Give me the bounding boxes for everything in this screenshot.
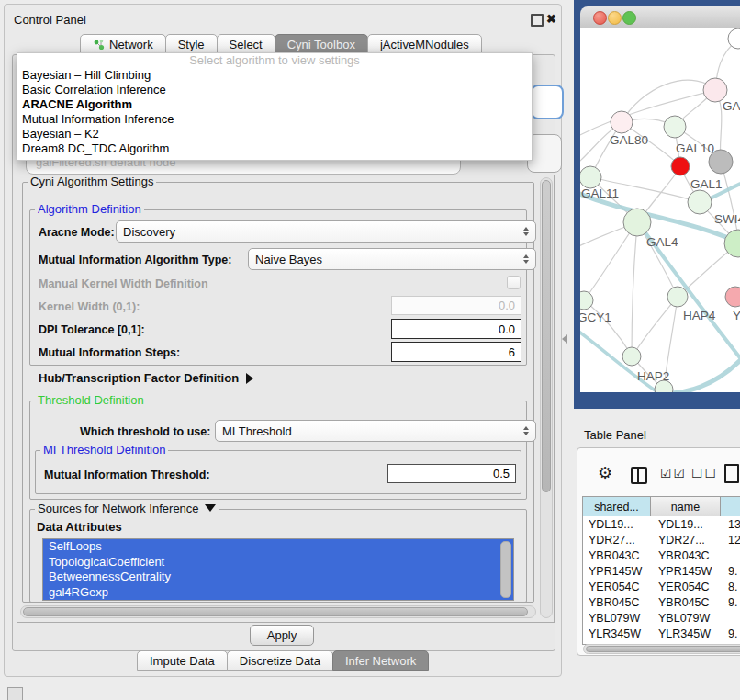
table-row[interactable]: YBL079W YBL079W [583, 610, 740, 626]
tab-impute-data[interactable]: Impute Data [137, 650, 228, 671]
node-label: HAP2 [637, 369, 669, 383]
tab-discretize-data[interactable]: Discretize Data [227, 650, 333, 671]
mi-threshold-input[interactable] [387, 464, 516, 483]
table-row[interactable]: YDL19... YDL19... 13 [583, 516, 740, 532]
network-node[interactable] [580, 291, 593, 310]
node-label: GAL11 [581, 186, 619, 200]
network-node[interactable] [725, 287, 740, 307]
network-node[interactable] [728, 28, 740, 49]
network-window-titlebar[interactable] [580, 6, 740, 28]
checked-boxes-icon[interactable]: ☑☑ [660, 466, 687, 480]
expanded-arrow-icon [205, 504, 216, 512]
tab-select[interactable]: Select [217, 34, 275, 54]
which-threshold-combobox[interactable]: MI Threshold [215, 420, 536, 442]
list-item[interactable]: SelfLoops [43, 539, 513, 555]
column-header-partial[interactable] [721, 497, 740, 516]
list-item[interactable]: TopologicalCoefficient [43, 555, 513, 570]
algorithm-option[interactable]: Basic Correlation Inference [17, 83, 532, 97]
settings-vertical-scrollbar[interactable] [540, 177, 553, 618]
split-columns-icon[interactable] [631, 467, 647, 484]
tab-cyni-toolbox[interactable]: Cyni Toolbox [275, 34, 368, 54]
node-label: GCY1 [580, 310, 611, 324]
dpi-tolerance-label: DPI Tolerance [0,1]: [39, 323, 145, 336]
aracne-mode-value: Discovery [123, 225, 175, 239]
table-horizontal-scrollbar-thumb[interactable] [586, 646, 740, 652]
splitter-collapse-handle[interactable] [562, 334, 567, 344]
tab-network[interactable]: Network [80, 34, 166, 54]
network-node[interactable] [611, 111, 633, 133]
data-attributes-list[interactable]: SelfLoops TopologicalCoefficient Between… [42, 538, 514, 601]
node-label: GAL10 [676, 141, 714, 155]
apply-button[interactable]: Apply [250, 625, 314, 646]
network-node[interactable] [580, 166, 601, 188]
table-row[interactable]: YER054C YER054C 8. [583, 579, 740, 594]
node-attribute-table[interactable]: shared... name YDL19... YDL19... 13 YDR2… [582, 496, 740, 645]
tab-infer-network[interactable]: Infer Network [332, 650, 429, 671]
algorithm-option[interactable]: Bayesian – Hill Climbing [17, 68, 532, 83]
mi-steps-input[interactable] [391, 342, 521, 362]
window-close-button[interactable] [593, 11, 607, 25]
tab-jactivemnodules[interactable]: jActiveMNodules [367, 34, 482, 54]
which-threshold-label: Which threshold to use: [80, 425, 210, 438]
collapsed-arrow-icon [246, 373, 253, 384]
algorithm-option[interactable]: Dream8 DC_TDC Algorithm [17, 141, 532, 156]
float-panel-icon[interactable] [531, 14, 544, 27]
mi-algorithm-type-combobox[interactable]: Naive Bayes [248, 248, 536, 270]
network-node[interactable] [622, 347, 641, 366]
list-scrollbar-thumb[interactable] [500, 541, 511, 598]
column-header-shared-name[interactable]: shared... [583, 497, 651, 516]
list-item[interactable]: gal4RGexp [43, 585, 513, 601]
kernel-width-input[interactable] [391, 296, 521, 315]
table-row[interactable]: YBR045C YBR045C 9. [583, 594, 740, 610]
network-graph: GAL GAL80 GAL10 GAL11 GAL1 SWI4 GAL4 GCY… [580, 28, 740, 392]
hidden-focused-combobox[interactable] [531, 85, 564, 119]
control-panel-tabs: Network Style Select Cyni Toolbox jActiv… [80, 34, 482, 54]
list-item[interactable]: BetweennessCentrality [43, 570, 513, 585]
table-row[interactable]: YLR345W YLR345W 9. [583, 626, 740, 641]
network-node[interactable] [664, 116, 686, 138]
settings-horizontal-scrollbar-thumb[interactable] [23, 607, 528, 616]
aracne-mode-label: Aracne Mode: [39, 226, 115, 239]
node-label: SWI4 [714, 212, 740, 226]
gear-icon[interactable]: ⚙ [598, 465, 612, 481]
node-label: GAL4 [646, 235, 678, 249]
application-window: Control Panel ✖ Network Style Select [0, 0, 740, 700]
which-threshold-value: MI Threshold [222, 424, 292, 438]
table-body: YDL19... YDL19... 13 YDR27... YDR27... 1… [583, 516, 740, 645]
stepper-icon [523, 254, 529, 264]
kernel-width-label: Kernel Width (0,1): [39, 300, 140, 313]
sources-toggle[interactable]: Sources for Network Inference [35, 502, 219, 514]
dpi-tolerance-input[interactable] [391, 319, 521, 339]
tab-style[interactable]: Style [165, 34, 218, 54]
document-icon[interactable] [724, 464, 739, 483]
manual-kernel-width-checkbox[interactable] [507, 276, 521, 289]
network-node-selected[interactable] [671, 157, 690, 175]
hub-definition-toggle[interactable]: Hub/Transcription Factor Definition [39, 371, 253, 385]
network-node[interactable] [667, 287, 688, 307]
table-panel-title: Table Panel [584, 428, 646, 442]
close-panel-icon[interactable]: ✖ [546, 14, 556, 25]
unchecked-boxes-icon[interactable]: ☐☐ [691, 466, 718, 480]
settings-vertical-scrollbar-thumb[interactable] [542, 180, 551, 492]
resize-grip-icon[interactable] [7, 687, 23, 700]
table-row[interactable]: YBR043C YBR043C [583, 548, 740, 563]
aracne-mode-combobox[interactable]: Discovery [116, 220, 536, 243]
window-zoom-button[interactable] [622, 11, 636, 25]
algorithm-dropdown-placeholder: Select algorithm to view settings [17, 53, 532, 68]
mi-algorithm-type-value: Naive Bayes [255, 253, 322, 266]
algorithm-option[interactable]: Mutual Information Inference [17, 112, 532, 127]
node-label: Y [733, 309, 740, 322]
column-header-name[interactable]: name [651, 497, 721, 516]
algorithm-option-selected[interactable]: ARACNE Algorithm [17, 97, 532, 112]
table-row[interactable]: YDR27... YDR27... 12 [583, 532, 740, 548]
algorithm-option[interactable]: Bayesian – K2 [17, 127, 532, 141]
network-canvas[interactable]: GAL GAL80 GAL10 GAL11 GAL1 SWI4 GAL4 GCY… [580, 28, 740, 392]
table-horizontal-scrollbar[interactable] [583, 644, 740, 654]
stepper-icon [523, 426, 529, 435]
network-node[interactable] [623, 209, 651, 236]
network-node[interactable] [688, 190, 712, 214]
window-minimize-button[interactable] [608, 11, 622, 25]
table-row[interactable]: YPR145W YPR145W 9. [583, 563, 740, 579]
settings-horizontal-scrollbar[interactable] [20, 605, 536, 618]
mi-threshold-group-title: MI Threshold Definition [40, 444, 168, 456]
